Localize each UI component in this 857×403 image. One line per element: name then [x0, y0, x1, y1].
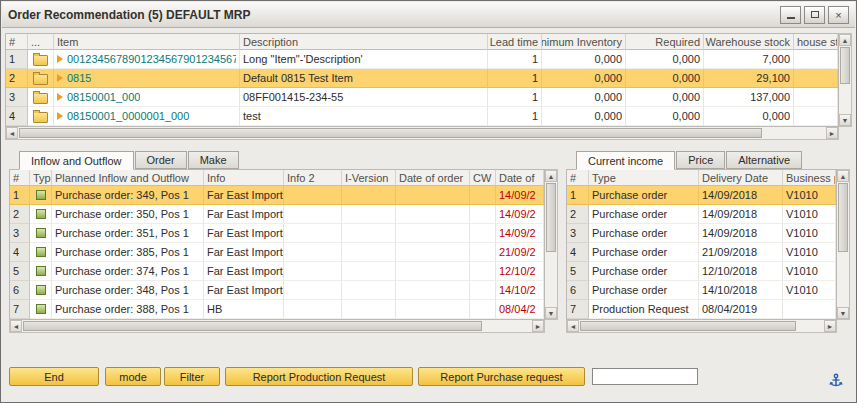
business-partner-cell[interactable]: V1010 — [783, 186, 836, 205]
date-cell[interactable]: 08/04/2 — [496, 300, 544, 319]
info-cell[interactable]: Far East Imports — [204, 262, 284, 281]
date-cell[interactable]: 14/09/2 — [496, 186, 544, 205]
row-number[interactable]: 7 — [10, 300, 30, 319]
info2-cell[interactable] — [284, 281, 342, 300]
scroll-thumb[interactable] — [838, 183, 848, 252]
scroll-up-button[interactable]: ▲ — [837, 170, 849, 182]
business-partner-cell[interactable] — [783, 300, 836, 319]
info-cell[interactable]: Far East Imports — [204, 224, 284, 243]
anchor-icon[interactable] — [827, 372, 845, 390]
table-row[interactable]: 3 08150001_000 08FF001415-234-55 1 0,000… — [6, 88, 838, 107]
i-version-cell[interactable] — [342, 243, 396, 262]
tab-price[interactable]: Price — [676, 151, 725, 169]
info2-cell[interactable] — [284, 224, 342, 243]
info2-cell[interactable] — [284, 205, 342, 224]
i-version-cell[interactable] — [342, 205, 396, 224]
date-cell[interactable]: 14/09/2 — [496, 205, 544, 224]
table-row[interactable]: 4 Purchase order 21/09/2018 V1010 — [567, 243, 836, 262]
min-inventory-cell[interactable]: 0,000 — [542, 50, 626, 69]
tab-current-income[interactable]: Current income — [576, 151, 675, 170]
scroll-left-button[interactable]: ◄ — [567, 320, 579, 332]
warehouse-stock-cell[interactable]: 0,000 — [704, 107, 794, 126]
item-code[interactable]: 08150001_0000001_000 — [67, 110, 189, 122]
i-version-cell[interactable] — [342, 281, 396, 300]
row-number[interactable]: 4 — [10, 243, 30, 262]
type-icon-cell[interactable] — [30, 300, 52, 319]
date-cell[interactable]: 14/10/2 — [496, 281, 544, 300]
item-code[interactable]: 08150001_000 — [67, 91, 140, 103]
i-version-cell[interactable] — [342, 262, 396, 281]
date-of-order-cell[interactable] — [396, 224, 470, 243]
link-arrow-icon[interactable] — [57, 55, 63, 63]
item-code[interactable]: 0815 — [67, 72, 91, 84]
business-partner-cell[interactable]: V1010 — [783, 262, 836, 281]
row-number[interactable]: 6 — [10, 281, 30, 300]
extra-cell[interactable] — [794, 107, 838, 126]
scroll-up-button[interactable]: ▲ — [839, 34, 851, 46]
type-cell[interactable]: Purchase order — [589, 205, 699, 224]
scroll-down-button[interactable]: ▼ — [837, 307, 849, 319]
delivery-date-cell[interactable]: 14/09/2018 — [699, 224, 783, 243]
i-version-cell[interactable] — [342, 300, 396, 319]
date-cell[interactable]: 14/09/2 — [496, 224, 544, 243]
description-cell[interactable]: test — [240, 107, 488, 126]
extra-cell[interactable] — [794, 50, 838, 69]
item-cell[interactable]: 00123456789012345679012345679 — [54, 50, 240, 69]
vertical-scrollbar[interactable]: ▲ ▼ — [839, 33, 852, 127]
table-row[interactable]: 6 Purchase order: 348, Pos 1 Far East Im… — [10, 281, 544, 300]
horizontal-scrollbar[interactable]: ◄ ► — [9, 320, 545, 333]
business-partner-cell[interactable]: V1010 — [783, 281, 836, 300]
type-icon-cell[interactable] — [30, 281, 52, 300]
filter-button[interactable]: Filter — [164, 367, 220, 386]
planned-cell[interactable]: Purchase order: 351, Pos 1 — [52, 224, 204, 243]
tab-alternative[interactable]: Alternative — [726, 151, 802, 169]
end-button[interactable]: End — [9, 367, 99, 386]
delivery-date-cell[interactable]: 14/10/2018 — [699, 281, 783, 300]
table-row[interactable]: 1 00123456789012345679012345679 Long "It… — [6, 50, 838, 69]
type-icon-cell[interactable] — [30, 224, 52, 243]
footer-input[interactable] — [592, 368, 698, 385]
scroll-thumb[interactable] — [840, 47, 850, 84]
date-of-order-cell[interactable] — [396, 243, 470, 262]
info2-cell[interactable] — [284, 186, 342, 205]
scroll-right-button[interactable]: ► — [532, 320, 544, 332]
info-cell[interactable]: HB — [204, 300, 284, 319]
table-row[interactable]: 5 Purchase order: 374, Pos 1 Far East Im… — [10, 262, 544, 281]
warehouse-stock-cell[interactable]: 137,000 — [704, 88, 794, 107]
item-code[interactable]: 00123456789012345679012345679 — [67, 53, 236, 65]
planned-cell[interactable]: Purchase order: 349, Pos 1 — [52, 186, 204, 205]
i-version-cell[interactable] — [342, 186, 396, 205]
table-row-selected[interactable]: 1 Purchase order 14/09/2018 V1010 — [567, 186, 836, 205]
warehouse-stock-cell[interactable]: 7,000 — [704, 50, 794, 69]
delivery-date-cell[interactable]: 08/04/2019 — [699, 300, 783, 319]
row-number[interactable]: 4 — [567, 243, 589, 262]
required-cell[interactable]: 0,000 — [626, 88, 704, 107]
type-cell[interactable]: Purchase order — [589, 243, 699, 262]
scroll-track[interactable] — [839, 46, 851, 114]
description-cell[interactable]: Long "Item"-'Description' — [240, 50, 488, 69]
maximize-button[interactable] — [804, 6, 825, 24]
planned-cell[interactable]: Purchase order: 388, Pos 1 — [52, 300, 204, 319]
scroll-right-button[interactable]: ► — [824, 320, 836, 332]
required-cell[interactable]: 0,000 — [626, 107, 704, 126]
scroll-right-button[interactable]: ► — [826, 127, 838, 139]
min-inventory-cell[interactable]: 0,000 — [542, 107, 626, 126]
row-number[interactable]: 3 — [567, 224, 589, 243]
scroll-thumb[interactable] — [23, 321, 482, 331]
info2-cell[interactable] — [284, 300, 342, 319]
min-inventory-cell[interactable]: 0,000 — [542, 88, 626, 107]
scroll-down-button[interactable]: ▼ — [545, 307, 557, 319]
type-icon-cell[interactable] — [30, 186, 52, 205]
table-row[interactable]: 2 Purchase order: 350, Pos 1 Far East Im… — [10, 205, 544, 224]
scroll-down-button[interactable]: ▼ — [839, 114, 851, 126]
delivery-date-cell[interactable]: 14/09/2018 — [699, 205, 783, 224]
business-partner-cell[interactable]: V1010 — [783, 224, 836, 243]
scroll-left-button[interactable]: ◄ — [10, 320, 22, 332]
date-of-order-cell[interactable] — [396, 300, 470, 319]
row-number[interactable]: 3 — [10, 224, 30, 243]
date-of-order-cell[interactable] — [396, 281, 470, 300]
date-of-order-cell[interactable] — [396, 262, 470, 281]
planned-cell[interactable]: Purchase order: 385, Pos 1 — [52, 243, 204, 262]
lead-time-cell[interactable]: 1 — [488, 107, 542, 126]
folder-cell[interactable] — [28, 88, 54, 107]
